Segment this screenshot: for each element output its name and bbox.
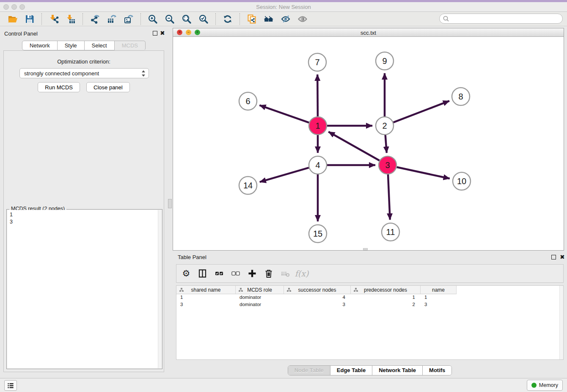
table-header-row: shared nameMCDS rolesuccessor nodesprede… [176, 286, 563, 294]
edge-1-7[interactable] [317, 75, 318, 116]
cell-MCDS-role[interactable]: dominator [236, 301, 284, 309]
save-icon [24, 14, 35, 25]
search-input[interactable] [449, 14, 562, 23]
clone-network-icon [246, 14, 257, 25]
network-canvas[interactable]: 7968124314101511 [173, 37, 564, 250]
tab-network[interactable]: Network [22, 41, 58, 50]
edge-4-14[interactable] [260, 168, 309, 182]
edge-2-8[interactable] [394, 101, 449, 122]
node-9[interactable]: 9 [376, 52, 394, 70]
divider-handle[interactable] [168, 199, 172, 208]
show-eye-button[interactable] [294, 13, 311, 25]
tab-motifs[interactable]: Motifs [422, 366, 451, 375]
node-8[interactable]: 8 [452, 88, 470, 105]
mcds-result-text[interactable]: 13 [7, 210, 162, 368]
destroy-table-icon [280, 268, 291, 279]
search-field[interactable] [439, 14, 563, 24]
columns-button[interactable] [197, 268, 208, 279]
column-header-shared-name[interactable]: shared name [176, 286, 236, 294]
zoom-in-button[interactable] [144, 13, 161, 25]
export-image-button[interactable] [120, 13, 137, 25]
zoom-fit-button[interactable] [178, 13, 195, 25]
network-resize-grip[interactable] [363, 248, 368, 250]
cell-MCDS-role[interactable]: dominator [236, 294, 284, 301]
zoom-in-icon [147, 14, 158, 25]
node-2[interactable]: 2 [376, 117, 394, 135]
column-header-successor-nodes[interactable]: successor nodes [284, 286, 351, 294]
svg-text:8: 8 [458, 92, 463, 101]
cell-name[interactable]: 1 [421, 294, 457, 301]
table-row[interactable]: 1dominator411 [176, 294, 563, 301]
node-10[interactable]: 10 [453, 172, 471, 190]
node-1[interactable]: 1 [309, 117, 327, 135]
cell-shared-name[interactable]: 3 [176, 301, 236, 309]
export-table-button[interactable] [103, 13, 120, 25]
clone-network-button[interactable] [243, 13, 260, 25]
select-all-button[interactable] [214, 268, 225, 279]
import-network-button[interactable] [45, 13, 62, 25]
edge-3-1[interactable] [328, 132, 380, 160]
tab-node-table[interactable]: Node Table [288, 366, 330, 375]
zoom-selected-button[interactable] [195, 13, 212, 25]
columns-icon [197, 268, 208, 279]
network-title: scc.txt [173, 30, 564, 36]
task-history-button[interactable] [4, 380, 17, 391]
add-button[interactable] [247, 268, 258, 279]
refresh-button[interactable] [219, 13, 236, 25]
cell-predecessor-nodes[interactable]: 2 [351, 301, 421, 309]
export-image-icon [123, 14, 134, 25]
column-header-MCDS-role[interactable]: MCDS role [236, 286, 284, 294]
close-panel-icon[interactable]: ✖ [160, 31, 165, 36]
node-6[interactable]: 6 [239, 92, 257, 110]
open-folder-button[interactable] [4, 13, 21, 25]
gear-button[interactable]: ⚙ [181, 268, 192, 279]
node-15[interactable]: 15 [309, 225, 327, 243]
zoom-out-button[interactable] [161, 13, 178, 25]
save-button[interactable] [21, 13, 38, 25]
column-header-predecessor-nodes[interactable]: predecessor nodes [351, 286, 421, 294]
import-table-button[interactable] [62, 13, 79, 25]
node-14[interactable]: 14 [239, 177, 257, 194]
deselect-all-button[interactable] [230, 268, 241, 279]
float-panel-icon[interactable] [153, 31, 157, 36]
edge-1-6[interactable] [259, 105, 309, 123]
node-3[interactable]: 3 [379, 156, 396, 174]
node-7[interactable]: 7 [308, 53, 326, 71]
table-panel-title: Table Panel [178, 254, 206, 260]
tab-network-table[interactable]: Network Table [372, 366, 422, 375]
table-close-panel-icon[interactable]: ✖ [560, 255, 565, 259]
export-network-button[interactable] [86, 13, 103, 25]
column-label: shared name [191, 287, 220, 293]
table-scrollbar[interactable] [559, 286, 563, 359]
table-float-panel-icon[interactable] [551, 255, 556, 259]
node-4[interactable]: 4 [309, 156, 327, 174]
toolbar-separator [215, 13, 216, 25]
svg-text:9: 9 [382, 56, 387, 66]
mcds-result-scrollbar[interactable] [158, 210, 162, 368]
tab-mcds[interactable]: MCDS [114, 41, 146, 50]
home-button[interactable] [260, 13, 277, 25]
cell-successor-nodes[interactable]: 4 [284, 294, 351, 301]
hide-eye-button[interactable] [277, 13, 294, 25]
edge-2-3[interactable] [385, 135, 387, 153]
criterion-select[interactable]: strongly connected component [19, 68, 149, 78]
tab-select[interactable]: Select [84, 41, 115, 50]
tab-style[interactable]: Style [57, 41, 85, 50]
run-mcds-button[interactable]: Run MCDS [38, 82, 80, 92]
close-panel-button[interactable]: Close panel [86, 82, 130, 92]
tab-edge-table[interactable]: Edge Table [330, 366, 372, 375]
cell-predecessor-nodes[interactable]: 1 [351, 294, 421, 301]
node-11[interactable]: 11 [382, 223, 399, 241]
edge-3-11[interactable] [388, 174, 390, 220]
column-header-name[interactable]: name [421, 286, 457, 294]
cell-shared-name[interactable]: 1 [176, 294, 236, 301]
cell-name[interactable]: 3 [421, 301, 457, 309]
control-panel-title: Control Panel [4, 30, 38, 37]
table-row[interactable]: 3dominator323 [176, 301, 563, 309]
cell-successor-nodes[interactable]: 3 [284, 301, 351, 309]
edge-3-10[interactable] [397, 167, 450, 179]
panel-divider[interactable] [168, 26, 173, 378]
svg-text:1: 1 [315, 121, 320, 130]
delete-button[interactable] [263, 268, 274, 279]
memory-button[interactable]: Memory [527, 380, 563, 391]
